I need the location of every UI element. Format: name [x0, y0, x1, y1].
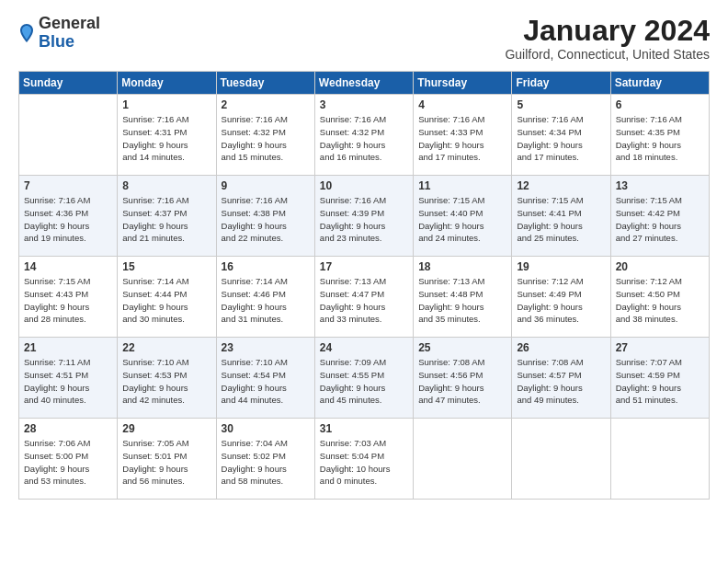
day-number: 1 — [122, 98, 210, 111]
logo: General Blue — [18, 15, 100, 52]
day-number: 12 — [517, 179, 605, 192]
day-info: Sunrise: 7:16 AMSunset: 4:34 PMDaylight:… — [517, 113, 605, 164]
day-number: 22 — [122, 341, 210, 354]
day-cell: 2Sunrise: 7:16 AMSunset: 4:32 PMDaylight… — [216, 95, 314, 176]
day-number: 31 — [320, 422, 408, 435]
day-info: Sunrise: 7:08 AMSunset: 4:56 PMDaylight:… — [418, 356, 506, 407]
day-cell — [19, 95, 118, 176]
day-cell: 16Sunrise: 7:14 AMSunset: 4:46 PMDayligh… — [216, 257, 314, 338]
day-info: Sunrise: 7:06 AMSunset: 5:00 PMDaylight:… — [24, 437, 112, 488]
day-cell: 22Sunrise: 7:10 AMSunset: 4:53 PMDayligh… — [118, 338, 216, 419]
day-info: Sunrise: 7:15 AMSunset: 4:41 PMDaylight:… — [517, 194, 605, 245]
day-cell: 3Sunrise: 7:16 AMSunset: 4:32 PMDaylight… — [314, 95, 413, 176]
day-cell: 11Sunrise: 7:15 AMSunset: 4:40 PMDayligh… — [414, 176, 512, 257]
day-cell: 28Sunrise: 7:06 AMSunset: 5:00 PMDayligh… — [19, 419, 118, 500]
day-cell: 25Sunrise: 7:08 AMSunset: 4:56 PMDayligh… — [414, 338, 512, 419]
day-number: 24 — [320, 341, 408, 354]
day-info: Sunrise: 7:12 AMSunset: 4:49 PMDaylight:… — [517, 275, 605, 326]
day-info: Sunrise: 7:16 AMSunset: 4:35 PMDaylight:… — [616, 113, 704, 164]
day-cell: 5Sunrise: 7:16 AMSunset: 4:34 PMDaylight… — [512, 95, 610, 176]
col-monday: Monday — [118, 72, 216, 95]
col-saturday: Saturday — [610, 72, 709, 95]
col-friday: Friday — [512, 72, 610, 95]
day-cell: 10Sunrise: 7:16 AMSunset: 4:39 PMDayligh… — [314, 176, 413, 257]
col-tuesday: Tuesday — [216, 72, 314, 95]
day-cell: 31Sunrise: 7:03 AMSunset: 5:04 PMDayligh… — [314, 419, 413, 500]
day-number: 9 — [222, 179, 310, 192]
day-cell: 29Sunrise: 7:05 AMSunset: 5:01 PMDayligh… — [118, 419, 216, 500]
day-number: 29 — [122, 422, 210, 435]
day-cell: 23Sunrise: 7:10 AMSunset: 4:54 PMDayligh… — [216, 338, 314, 419]
day-cell: 24Sunrise: 7:09 AMSunset: 4:55 PMDayligh… — [314, 338, 413, 419]
day-cell: 21Sunrise: 7:11 AMSunset: 4:51 PMDayligh… — [19, 338, 118, 419]
day-number: 13 — [616, 179, 704, 192]
day-info: Sunrise: 7:16 AMSunset: 4:31 PMDaylight:… — [122, 113, 210, 164]
day-number: 15 — [122, 260, 210, 273]
day-info: Sunrise: 7:16 AMSunset: 4:38 PMDaylight:… — [222, 194, 310, 245]
day-cell: 12Sunrise: 7:15 AMSunset: 4:41 PMDayligh… — [512, 176, 610, 257]
day-number: 3 — [320, 98, 408, 111]
header: General Blue January 2024 Guilford, Conn… — [18, 15, 710, 62]
day-number: 11 — [418, 179, 506, 192]
day-info: Sunrise: 7:13 AMSunset: 4:48 PMDaylight:… — [418, 275, 506, 326]
day-number: 14 — [24, 260, 112, 273]
day-number: 30 — [222, 422, 310, 435]
day-info: Sunrise: 7:16 AMSunset: 4:39 PMDaylight:… — [320, 194, 408, 245]
logo-text: General Blue — [39, 15, 100, 52]
col-wednesday: Wednesday — [314, 72, 413, 95]
logo-icon — [18, 23, 35, 43]
location: Guilford, Connecticut, United States — [505, 47, 710, 62]
day-cell: 19Sunrise: 7:12 AMSunset: 4:49 PMDayligh… — [512, 257, 610, 338]
day-cell: 15Sunrise: 7:14 AMSunset: 4:44 PMDayligh… — [118, 257, 216, 338]
day-cell: 7Sunrise: 7:16 AMSunset: 4:36 PMDaylight… — [19, 176, 118, 257]
day-number: 10 — [320, 179, 408, 192]
calendar-table: Sunday Monday Tuesday Wednesday Thursday… — [18, 71, 710, 500]
day-cell — [414, 419, 512, 500]
day-number: 6 — [616, 98, 704, 111]
day-cell — [512, 419, 610, 500]
week-row-2: 7Sunrise: 7:16 AMSunset: 4:36 PMDaylight… — [19, 176, 710, 257]
day-info: Sunrise: 7:16 AMSunset: 4:33 PMDaylight:… — [418, 113, 506, 164]
day-info: Sunrise: 7:05 AMSunset: 5:01 PMDaylight:… — [122, 437, 210, 488]
day-cell: 14Sunrise: 7:15 AMSunset: 4:43 PMDayligh… — [19, 257, 118, 338]
day-number: 28 — [24, 422, 112, 435]
title-block: January 2024 Guilford, Connecticut, Unit… — [505, 15, 710, 62]
day-info: Sunrise: 7:04 AMSunset: 5:02 PMDaylight:… — [222, 437, 310, 488]
day-number: 19 — [517, 260, 605, 273]
day-number: 25 — [418, 341, 506, 354]
header-row: Sunday Monday Tuesday Wednesday Thursday… — [19, 72, 710, 95]
day-number: 21 — [24, 341, 112, 354]
day-cell: 30Sunrise: 7:04 AMSunset: 5:02 PMDayligh… — [216, 419, 314, 500]
day-info: Sunrise: 7:16 AMSunset: 4:36 PMDaylight:… — [24, 194, 112, 245]
day-cell: 8Sunrise: 7:16 AMSunset: 4:37 PMDaylight… — [118, 176, 216, 257]
day-cell: 4Sunrise: 7:16 AMSunset: 4:33 PMDaylight… — [414, 95, 512, 176]
day-number: 7 — [24, 179, 112, 192]
day-number: 4 — [418, 98, 506, 111]
day-cell: 26Sunrise: 7:08 AMSunset: 4:57 PMDayligh… — [512, 338, 610, 419]
day-cell — [610, 419, 709, 500]
day-info: Sunrise: 7:16 AMSunset: 4:32 PMDaylight:… — [320, 113, 408, 164]
day-number: 20 — [616, 260, 704, 273]
calendar-page: General Blue January 2024 Guilford, Conn… — [0, 0, 728, 509]
day-cell: 18Sunrise: 7:13 AMSunset: 4:48 PMDayligh… — [414, 257, 512, 338]
day-cell: 27Sunrise: 7:07 AMSunset: 4:59 PMDayligh… — [610, 338, 709, 419]
day-info: Sunrise: 7:14 AMSunset: 4:46 PMDaylight:… — [222, 275, 310, 326]
day-info: Sunrise: 7:10 AMSunset: 4:53 PMDaylight:… — [122, 356, 210, 407]
day-info: Sunrise: 7:09 AMSunset: 4:55 PMDaylight:… — [320, 356, 408, 407]
week-row-4: 21Sunrise: 7:11 AMSunset: 4:51 PMDayligh… — [19, 338, 710, 419]
day-info: Sunrise: 7:07 AMSunset: 4:59 PMDaylight:… — [616, 356, 704, 407]
day-cell: 9Sunrise: 7:16 AMSunset: 4:38 PMDaylight… — [216, 176, 314, 257]
week-row-5: 28Sunrise: 7:06 AMSunset: 5:00 PMDayligh… — [19, 419, 710, 500]
day-info: Sunrise: 7:13 AMSunset: 4:47 PMDaylight:… — [320, 275, 408, 326]
day-number: 23 — [222, 341, 310, 354]
day-number: 17 — [320, 260, 408, 273]
day-cell: 17Sunrise: 7:13 AMSunset: 4:47 PMDayligh… — [314, 257, 413, 338]
day-cell: 13Sunrise: 7:15 AMSunset: 4:42 PMDayligh… — [610, 176, 709, 257]
week-row-3: 14Sunrise: 7:15 AMSunset: 4:43 PMDayligh… — [19, 257, 710, 338]
day-number: 27 — [616, 341, 704, 354]
day-cell: 6Sunrise: 7:16 AMSunset: 4:35 PMDaylight… — [610, 95, 709, 176]
day-info: Sunrise: 7:10 AMSunset: 4:54 PMDaylight:… — [222, 356, 310, 407]
day-info: Sunrise: 7:15 AMSunset: 4:42 PMDaylight:… — [616, 194, 704, 245]
day-info: Sunrise: 7:15 AMSunset: 4:43 PMDaylight:… — [24, 275, 112, 326]
day-number: 2 — [222, 98, 310, 111]
